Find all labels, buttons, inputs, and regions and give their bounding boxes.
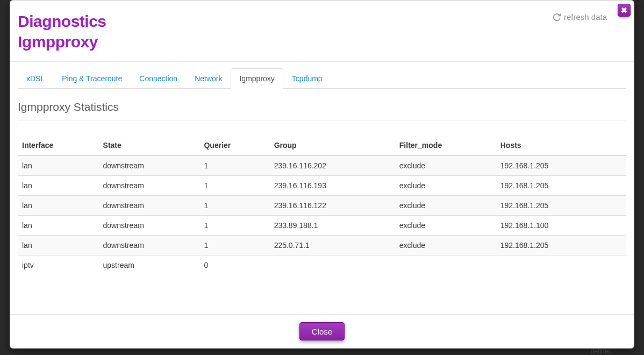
tab-link[interactable]: Network [186, 68, 231, 89]
cell-filter_mode: exclude [395, 236, 496, 255]
cell-querier: 1 [199, 216, 269, 236]
refresh-icon [553, 13, 561, 21]
col-group: Group [270, 136, 395, 155]
diagnostics-modal: ✖ Diagnostics Igmpproxy refresh data xDS… [10, 0, 634, 349]
modal-header: Diagnostics Igmpproxy refresh data [10, 1, 634, 62]
table-body: landownstream1239.16.116.202exclude192.1… [18, 155, 626, 275]
modal-close-button[interactable]: ✖ [618, 4, 631, 17]
modal-title-line1: Diagnostics [18, 11, 106, 32]
modal-backdrop: defined ✖ Diagnostics Igmpproxy refresh … [0, 0, 644, 355]
cell-interface: lan [18, 176, 99, 196]
tab-link[interactable]: Connection [131, 68, 186, 89]
close-button[interactable]: Close [299, 322, 345, 340]
cell-querier: 1 [199, 155, 269, 176]
table-row: landownstream1239.16.116.193exclude192.1… [18, 176, 626, 196]
background-hint-text: defined [591, 347, 612, 355]
cell-hosts: 192.168.1.205 [496, 155, 626, 176]
tab-connection[interactable]: Connection [131, 68, 186, 89]
cell-state: downstream [99, 216, 200, 236]
tab-igmpproxy[interactable]: Igmpproxy [231, 68, 283, 89]
cell-interface: iptv [18, 255, 99, 275]
modal-title: Diagnostics Igmpproxy [18, 11, 106, 52]
tab-tcpdump[interactable]: Tcpdump [283, 68, 331, 89]
cell-querier: 1 [199, 196, 269, 216]
cell-state: upstream [99, 255, 200, 275]
cell-interface: lan [18, 155, 99, 176]
col-state: State [99, 136, 200, 155]
section-title: Igmpproxy Statistics [18, 101, 626, 120]
cell-group: 225.0.71.1 [270, 236, 395, 255]
table-header-row: InterfaceStateQuerierGroupFilter_modeHos… [18, 136, 626, 155]
tab-link[interactable]: xDSL [18, 68, 53, 89]
tab-link[interactable]: Tcpdump [283, 68, 331, 89]
col-interface: Interface [18, 136, 99, 155]
table-row: iptvupstream0 [18, 255, 626, 275]
refresh-link[interactable]: refresh data [553, 12, 607, 22]
tab-network[interactable]: Network [186, 68, 231, 89]
cell-filter_mode: exclude [395, 216, 496, 236]
table-row: landownstream1239.16.116.122exclude192.1… [18, 196, 626, 216]
modal-title-line2: Igmpproxy [18, 32, 106, 52]
cell-hosts: 192.168.1.205 [496, 176, 626, 196]
table-row: landownstream1239.16.116.202exclude192.1… [18, 155, 626, 176]
col-hosts: Hosts [496, 136, 626, 155]
tab-ping-traceroute[interactable]: Ping & Traceroute [53, 68, 131, 89]
table-row: landownstream1233.89.188.1exclude192.168… [18, 216, 626, 236]
cell-state: downstream [99, 196, 200, 216]
table-row: landownstream1225.0.71.1exclude192.168.1… [18, 236, 626, 255]
tab-link[interactable]: Igmpproxy [231, 68, 283, 89]
modal-footer: Close [10, 314, 634, 348]
cell-state: downstream [99, 236, 200, 255]
cell-group: 233.89.188.1 [270, 216, 395, 236]
cell-filter_mode: exclude [395, 155, 496, 176]
cell-group [270, 255, 395, 275]
cell-querier: 1 [199, 236, 269, 255]
cell-interface: lan [18, 216, 99, 236]
refresh-label: refresh data [564, 12, 607, 22]
col-querier: Querier [199, 136, 269, 155]
cell-state: downstream [99, 155, 200, 176]
tab-xdsl[interactable]: xDSL [18, 68, 53, 89]
close-icon: ✖ [621, 6, 627, 15]
cell-interface: lan [18, 196, 99, 216]
cell-group: 239.16.116.122 [270, 196, 395, 216]
cell-querier: 0 [199, 255, 269, 275]
cell-state: downstream [99, 176, 200, 196]
cell-hosts: 192.168.1.100 [496, 216, 626, 236]
cell-hosts: 192.168.1.205 [496, 196, 626, 216]
cell-group: 239.16.116.193 [270, 176, 395, 196]
modal-body: xDSLPing & TracerouteConnectionNetworkIg… [10, 62, 634, 314]
tab-link[interactable]: Ping & Traceroute [53, 68, 131, 89]
cell-querier: 1 [199, 176, 269, 196]
cell-filter_mode: exclude [395, 196, 496, 216]
cell-hosts: 192.168.1.205 [496, 236, 626, 255]
table-head: InterfaceStateQuerierGroupFilter_modeHos… [18, 136, 626, 155]
cell-interface: lan [18, 236, 99, 255]
cell-hosts [496, 255, 626, 275]
cell-group: 239.16.116.202 [270, 155, 395, 176]
igmpproxy-stats-table: InterfaceStateQuerierGroupFilter_modeHos… [18, 136, 626, 275]
nav-tabs: xDSLPing & TracerouteConnectionNetworkIg… [18, 68, 626, 89]
col-filter_mode: Filter_mode [395, 136, 496, 155]
cell-filter_mode [395, 255, 496, 275]
cell-filter_mode: exclude [395, 176, 496, 196]
